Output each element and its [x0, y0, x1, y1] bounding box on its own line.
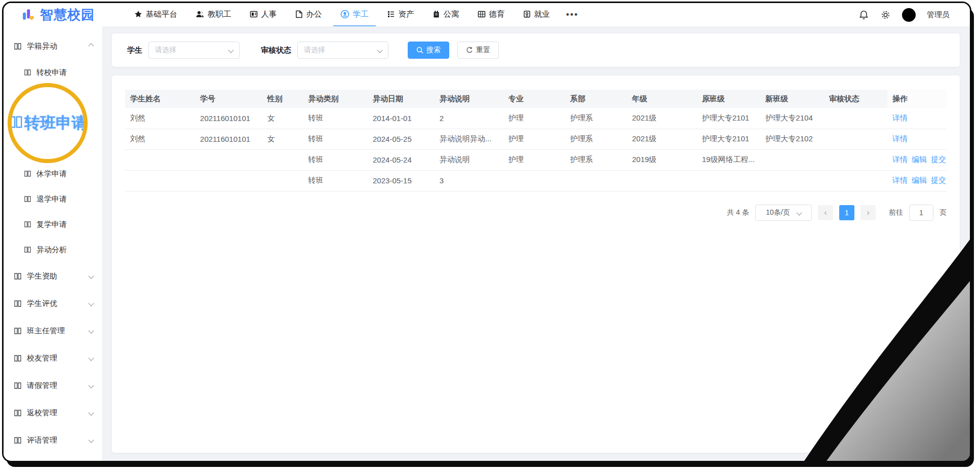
book-icon — [14, 43, 22, 50]
detail-link[interactable]: 详情 — [892, 134, 908, 143]
id-card-icon — [250, 10, 258, 18]
detail-link[interactable]: 详情 — [892, 113, 908, 122]
sidebar-group-return-school[interactable]: 返校管理 — [4, 399, 102, 426]
status-select[interactable]: 请选择 — [297, 42, 388, 59]
sidebar-group-student-status-change[interactable]: 学籍异动 — [4, 32, 102, 60]
nav-more-button[interactable]: ••• — [561, 10, 584, 20]
page-number-button[interactable]: 1 — [839, 205, 854, 220]
nav-item-assets[interactable]: 资产 — [380, 3, 421, 26]
cell-name — [125, 149, 195, 170]
nav-item-student-affairs[interactable]: 学工 — [333, 3, 376, 26]
sidebar-item-resumption[interactable]: 复学申请 — [4, 212, 102, 237]
sidebar-item-label: 班主任管理 — [27, 326, 65, 336]
topbar-right: 管理员 — [858, 8, 950, 22]
nav-item-employment[interactable]: 就业 — [516, 3, 557, 26]
sidebar-group-comments[interactable]: 评语管理 — [4, 426, 102, 454]
cell-sid: 202116010101 — [195, 129, 262, 149]
sidebar-item-label: 返校管理 — [27, 408, 57, 418]
sidebar-group-head-teacher[interactable]: 班主任管理 — [4, 317, 102, 344]
sidebar-group-alumni[interactable]: 校友管理 — [4, 344, 102, 372]
nav-label: 就业 — [534, 9, 550, 20]
sidebar-item-suspension[interactable]: 休学申请 — [4, 161, 102, 186]
edit-link[interactable]: 编辑 — [912, 176, 927, 184]
book-icon — [8, 115, 23, 131]
user-avatar[interactable] — [902, 8, 916, 22]
student-select[interactable]: 请选择 — [148, 42, 240, 59]
main-nav: 基础平台 教职工 人事 办公 学工 资产 — [127, 3, 583, 26]
submit-link[interactable]: 提交 — [931, 176, 946, 184]
col-grade: 年级 — [627, 90, 697, 108]
cell-status — [824, 108, 887, 129]
book-icon — [14, 409, 22, 417]
nav-item-apartment[interactable]: 公寓 — [425, 3, 466, 26]
cell-type: 转班 — [303, 170, 368, 191]
book-icon — [24, 246, 31, 253]
chevron-down-icon — [228, 47, 233, 53]
nav-item-base-platform[interactable]: 基础平台 — [127, 3, 184, 26]
nav-item-moral-education[interactable]: 德育 — [471, 3, 512, 26]
nav-item-office[interactable]: 办公 — [288, 3, 329, 26]
cell-note: 异动说明 — [435, 149, 503, 170]
sidebar-item-label: 异动分析 — [36, 245, 67, 255]
cell-grade — [627, 170, 697, 191]
page-size-value: 10条/页 — [766, 208, 790, 217]
cell-grade: 2021级 — [627, 129, 697, 149]
detail-link[interactable]: 详情 — [892, 155, 908, 164]
col-actions: 操作 — [887, 90, 947, 108]
search-button[interactable]: 搜索 — [408, 42, 449, 59]
badge-icon — [523, 10, 531, 18]
next-page-button[interactable]: › — [860, 205, 876, 220]
table-row: 转班 2023-05-15 3 详情编辑提交删除 — [125, 170, 947, 191]
sidebar-group-student-awards[interactable]: 学生评优 — [4, 290, 102, 317]
results-card: 学生姓名 学号 性别 异动类别 异动日期 异动说明 专业 系部 年级 原班级 新… — [112, 75, 960, 453]
cell-sid — [195, 170, 262, 191]
edit-link[interactable]: 编辑 — [912, 155, 927, 164]
sidebar-group-homework[interactable]: 作业管理 — [4, 454, 102, 462]
file-icon — [295, 10, 303, 18]
grid-icon — [478, 10, 486, 18]
cell-new-class: 护理大专2104 — [760, 108, 824, 129]
book-icon — [14, 300, 22, 307]
col-major: 专业 — [503, 90, 565, 108]
sidebar-item-transfer-school[interactable]: 转校申请 — [4, 60, 102, 85]
app-title: 智慧校园 — [40, 6, 95, 24]
cell-type: 转班 — [303, 149, 368, 170]
submit-link[interactable]: 提交 — [931, 155, 946, 164]
cell-gender — [262, 170, 303, 191]
table-row: 刘然 202116010101 女 转班 2014-01-01 2 护理 护理系… — [125, 108, 947, 129]
sidebar-item-label: 复学申请 — [36, 220, 67, 229]
reset-button[interactable]: 重置 — [457, 42, 499, 59]
chevron-down-icon — [796, 210, 802, 215]
book-icon — [14, 354, 22, 362]
sidebar-item-transfer-class[interactable]: 转班申请 — [24, 112, 87, 134]
nav-item-hr[interactable]: 人事 — [243, 3, 284, 26]
nav-item-staff[interactable]: 教职工 — [188, 3, 239, 26]
col-change-date: 异动日期 — [368, 90, 435, 108]
highlight-circle[interactable]: 转班申请 — [8, 83, 88, 163]
notification-bell-icon[interactable] — [858, 10, 869, 20]
book-icon — [14, 382, 22, 389]
users-icon — [195, 10, 204, 18]
sidebar-item-withdrawal[interactable]: 退学申请 — [4, 186, 102, 212]
prev-page-button[interactable]: ‹ — [818, 205, 833, 220]
chevron-down-icon — [88, 410, 94, 415]
chevron-down-icon — [88, 300, 94, 306]
cell-grade: 2021级 — [627, 108, 697, 129]
sidebar-group-student-aid[interactable]: 学生资助 — [4, 262, 102, 290]
cell-major: 护理 — [503, 129, 565, 149]
goto-page-input[interactable] — [909, 205, 933, 221]
book-icon — [24, 69, 31, 76]
detail-link[interactable]: 详情 — [892, 176, 908, 184]
nav-label: 基础平台 — [146, 9, 177, 20]
page-size-select[interactable]: 10条/页 — [755, 205, 812, 221]
table-header-row: 学生姓名 学号 性别 异动类别 异动日期 异动说明 专业 系部 年级 原班级 新… — [125, 90, 947, 108]
settings-gear-icon[interactable] — [880, 10, 891, 20]
sidebar-group-leave[interactable]: 请假管理 — [4, 372, 102, 399]
app-logo[interactable]: 智慧校园 — [22, 6, 95, 24]
cell-old-class: 护理大专2101 — [697, 129, 760, 149]
reset-button-label: 重置 — [476, 46, 490, 55]
nav-label: 公寓 — [444, 9, 459, 20]
book-icon — [24, 195, 31, 203]
sidebar-item-change-analysis[interactable]: 异动分析 — [4, 237, 102, 262]
chevron-up-icon — [88, 43, 94, 49]
